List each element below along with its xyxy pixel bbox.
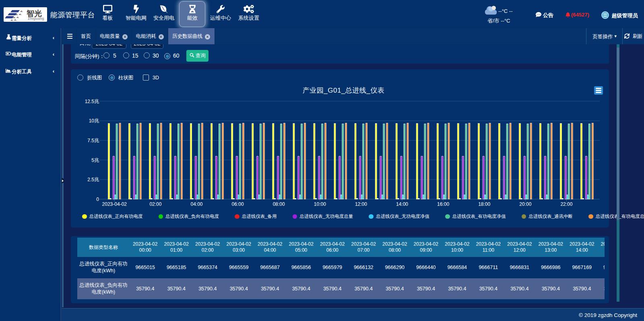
svg-text:10:00: 10:00 [314, 201, 326, 207]
svg-text:14:00: 14:00 [396, 201, 408, 207]
svg-text:08:00: 08:00 [273, 201, 285, 207]
svg-text:20:00: 20:00 [519, 201, 531, 207]
svg-text:16:00: 16:00 [437, 201, 449, 207]
svg-text:12.5兆: 12.5兆 [85, 99, 99, 104]
svg-text:Zhiguang: Zhiguang [28, 17, 44, 21]
svg-text:2.5兆: 2.5兆 [87, 177, 99, 182]
svg-text:0: 0 [96, 197, 99, 202]
svg-text:5兆: 5兆 [91, 157, 99, 163]
svg-text:02:00: 02:00 [149, 201, 161, 207]
svg-text:7.5兆: 7.5兆 [87, 138, 99, 143]
svg-text:22:00: 22:00 [560, 201, 572, 207]
svg-text:04:00: 04:00 [190, 201, 202, 207]
svg-text:12:00: 12:00 [355, 201, 367, 207]
svg-text:18:00: 18:00 [478, 201, 490, 207]
svg-text:06:00: 06:00 [232, 201, 244, 207]
svg-text:2023-04-02: 2023-04-02 [102, 201, 127, 207]
svg-text:10兆: 10兆 [89, 118, 99, 124]
